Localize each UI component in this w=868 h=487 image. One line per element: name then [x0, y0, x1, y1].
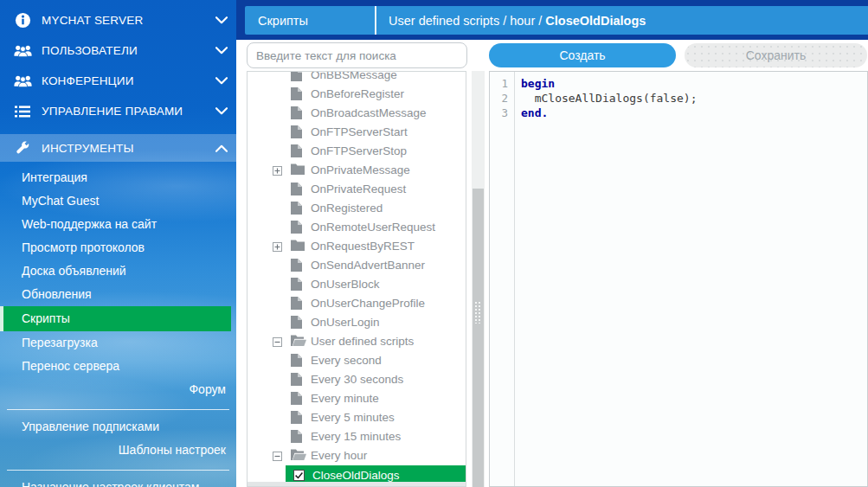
sidebar-section-mychat-server[interactable]: MYCHAT SERVER — [0, 5, 236, 35]
tab-bar: Скрипты User defined scripts / hour / Cl… — [245, 6, 868, 35]
breadcrumb: User defined scripts / hour / CloseOldDi… — [376, 6, 868, 35]
tree-item-user-defined-scripts[interactable]: User defined scripts — [248, 332, 466, 351]
sidebar-item-integration[interactable]: Интеграция — [0, 166, 236, 189]
tab-scripts[interactable]: Скрипты — [245, 6, 376, 35]
folder-icon — [291, 240, 305, 253]
sidebar-item-protocols-view[interactable]: Просмотр протоколов — [0, 236, 236, 260]
scrollbar-thumb[interactable] — [473, 189, 484, 487]
file-icon — [291, 106, 302, 122]
tree-item-onregistered[interactable]: OnRegistered — [248, 199, 466, 218]
chevron-down-icon — [214, 107, 228, 115]
sidebar-divider — [7, 470, 229, 471]
tree-item-every-5-minutes[interactable]: Every 5 minutes — [248, 408, 466, 427]
folder-icon — [291, 163, 305, 177]
scripts-tree: OnBBSMessageOnBeforeRegisterOnBroadcastM… — [248, 71, 466, 484]
file-icon — [291, 392, 302, 407]
save-button[interactable]: Сохранить — [685, 43, 867, 67]
tree-item-every-hour[interactable]: Every hour — [248, 446, 466, 465]
tree-item-label: OnRequestByREST — [311, 237, 415, 256]
tree-item-every-30-seconds[interactable]: Every 30 seconds — [248, 370, 466, 389]
horizontal-scrollbar[interactable] — [248, 482, 466, 486]
splitter-grip-icon[interactable] — [474, 301, 482, 324]
tree-item-label: OnRemoteUserRequest — [311, 218, 435, 237]
line-number: 3 — [490, 106, 514, 120]
tree-item-onftpserverstop[interactable]: OnFTPServerStop — [248, 142, 466, 161]
content-area: OnBBSMessageOnBeforeRegisterOnBroadcastM… — [236, 40, 868, 487]
sidebar-section-tools[interactable]: ИНСТРУМЕНТЫ — [0, 134, 236, 162]
file-icon — [291, 373, 302, 388]
sidebar-item-settings-templates[interactable]: Шаблоны настроек — [0, 439, 236, 462]
file-icon — [291, 316, 302, 331]
tree-item-onuserblock[interactable]: OnUserBlock — [248, 275, 466, 294]
mychat-server-admin: MYCHAT SERVERПОЛЬЗОВАТЕЛИКОНФЕРЕНЦИИУПРА… — [0, 0, 868, 487]
sidebar-item-web-support[interactable]: Web-поддержка на сайт — [0, 213, 236, 236]
scripts-tree-panel: OnBBSMessageOnBeforeRegisterOnBroadcastM… — [247, 71, 466, 487]
tree-item-label: Every minute — [311, 389, 379, 408]
code-token: mCloseAllDialogs(false); — [521, 92, 698, 105]
file-icon — [291, 125, 302, 141]
tree-item-every-15-minutes[interactable]: Every 15 minutes — [248, 427, 466, 446]
tree-item-label: OnBBSMessage — [311, 71, 397, 85]
code-token: begin — [521, 77, 555, 90]
breadcrumb-current: CloseOldDialogs — [545, 14, 646, 28]
tree-item-onsendadvertbanner[interactable]: OnSendAdvertBanner — [248, 256, 466, 275]
create-button[interactable]: Создать — [489, 43, 676, 67]
sidebar-item-forum[interactable]: Форум — [0, 378, 236, 401]
sidebar-item-updates[interactable]: Обновления — [0, 283, 236, 306]
tree-item-label: Every 30 seconds — [311, 370, 403, 389]
tree-item-label: Every hour — [311, 446, 367, 465]
code-editor[interactable]: 123 begin mCloseAllDialogs(false);end. — [489, 71, 868, 487]
line-number-gutter: 123 — [490, 72, 515, 486]
search-input[interactable] — [247, 42, 467, 68]
chevron-down-icon — [214, 77, 228, 85]
file-icon — [291, 183, 302, 198]
tree-item-onprivatemessage[interactable]: OnPrivateMessage — [248, 161, 466, 180]
expander-minus-icon[interactable] — [273, 336, 282, 346]
sidebar-item-scripts[interactable]: Скрипты — [0, 306, 231, 331]
sidebar-section-label: MYCHAT SERVER — [42, 14, 214, 27]
file-icon — [291, 87, 302, 103]
tab-scripts-label: Скрипты — [258, 14, 308, 28]
tree-item-onprivaterequest[interactable]: OnPrivateRequest — [248, 180, 466, 199]
tree-item-onuserchangeprofile[interactable]: OnUserChangeProfile — [248, 294, 466, 313]
tree-item-label: CloseOldDialogs — [312, 469, 400, 482]
tree-item-every-second[interactable]: Every second — [248, 351, 466, 370]
editor-column: Создать Сохранить 123 begin mCloseAllDia… — [489, 40, 868, 487]
tree-item-every-minute[interactable]: Every minute — [248, 389, 466, 408]
code-area[interactable]: begin mCloseAllDialogs(false);end. — [515, 72, 867, 486]
checkbox-icon[interactable] — [293, 470, 305, 481]
file-icon — [291, 430, 302, 445]
code-line: begin — [521, 76, 867, 91]
tree-item-label: OnBeforeRegister — [311, 85, 404, 104]
sidebar-item-server-move[interactable]: Перенос сервера — [0, 355, 236, 378]
chevron-down-icon — [214, 47, 228, 54]
file-icon — [291, 297, 302, 312]
sidebar-item-bulletin-board[interactable]: Доска объявлений — [0, 260, 236, 283]
sidebar-item-mychat-guest[interactable]: MyChat Guest — [0, 189, 236, 213]
tree-item-onrequestbyrest[interactable]: OnRequestByREST — [248, 237, 466, 256]
sidebar-section-users[interactable]: ПОЛЬЗОВАТЕЛИ — [0, 35, 236, 66]
tree-item-onbroadcastmessage[interactable]: OnBroadcastMessage — [248, 104, 466, 123]
tree-item-onuserlogin[interactable]: OnUserLogin — [248, 313, 466, 332]
sidebar-item-client-settings[interactable]: Назначение настроек клиентам — [0, 476, 236, 487]
tree-item-onremoteuserrequest[interactable]: OnRemoteUserRequest — [248, 218, 466, 237]
users-icon — [11, 73, 34, 90]
tree-item-label: OnFTPServerStop — [311, 142, 407, 161]
users-icon — [11, 42, 34, 60]
tree-item-onbeforeregister[interactable]: OnBeforeRegister — [248, 85, 466, 104]
sidebar-section-rights-management[interactable]: УПРАВЛЕНИЕ ПРАВАМИ — [0, 96, 236, 126]
expander-plus-icon[interactable] — [273, 241, 282, 251]
sidebar-section-conferences[interactable]: КОНФЕРЕНЦИИ — [0, 66, 236, 96]
sidebar-divider — [7, 409, 229, 410]
sidebar-sections: MYCHAT SERVERПОЛЬЗОВАТЕЛИКОНФЕРЕНЦИИУПРА… — [0, 0, 236, 162]
vertical-scrollbar[interactable] — [472, 71, 485, 487]
wrench-icon — [11, 139, 34, 157]
expander-minus-icon[interactable] — [273, 451, 282, 460]
sidebar-item-subscriptions[interactable]: Управление подписками — [0, 415, 236, 439]
tree-item-onftpserverstart[interactable]: OnFTPServerStart — [248, 123, 466, 142]
expander-plus-icon[interactable] — [273, 165, 282, 175]
sidebar-item-restart[interactable]: Перезагрузка — [0, 331, 236, 355]
tree-item-label: OnSendAdvertBanner — [311, 256, 425, 275]
tree-item-onbbsmessage[interactable]: OnBBSMessage — [248, 71, 466, 85]
breadcrumb-path: User defined scripts / hour / — [389, 14, 545, 28]
